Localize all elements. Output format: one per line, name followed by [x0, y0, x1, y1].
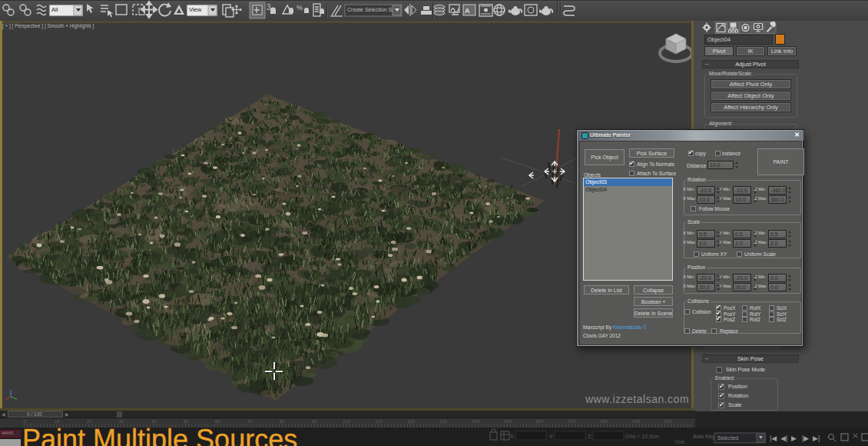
- svg-text:▶|: ▶|: [813, 434, 820, 442]
- svg-text:120: 120: [407, 419, 416, 424]
- svg-text:Selected: Selected: [717, 435, 738, 441]
- svg-text:A: A: [465, 7, 470, 15]
- svg-text:200: 200: [664, 419, 673, 424]
- svg-text:Grid = 10.0cm: Grid = 10.0cm: [625, 434, 659, 439]
- svg-text:170: 170: [568, 419, 576, 424]
- svg-text:X:: X:: [510, 434, 515, 439]
- svg-text:|▶: |▶: [802, 434, 809, 442]
- svg-text:◀|: ◀|: [780, 434, 787, 442]
- svg-text:Create Selection Se: Create Selection Se: [347, 7, 395, 12]
- svg-text:One: One: [674, 439, 684, 444]
- svg-text:Y:: Y:: [549, 434, 554, 439]
- svg-text:View: View: [189, 6, 202, 13]
- svg-text:110: 110: [375, 419, 383, 424]
- svg-text:▶: ▶: [791, 434, 797, 442]
- svg-text:140: 140: [472, 419, 480, 424]
- svg-text:%: %: [297, 4, 303, 12]
- svg-text:190: 190: [632, 419, 641, 424]
- svg-text:90: 90: [312, 419, 317, 424]
- svg-text:160: 160: [535, 419, 544, 424]
- svg-text:|◀: |◀: [770, 434, 777, 442]
- svg-text:Z:: Z:: [588, 434, 592, 439]
- svg-text:130: 130: [439, 419, 448, 424]
- svg-text:Auto Key: Auto Key: [693, 434, 715, 440]
- svg-text:150: 150: [504, 419, 512, 424]
- svg-text:All: All: [51, 6, 58, 13]
- svg-text:100: 100: [343, 419, 351, 424]
- svg-text:180: 180: [600, 419, 608, 424]
